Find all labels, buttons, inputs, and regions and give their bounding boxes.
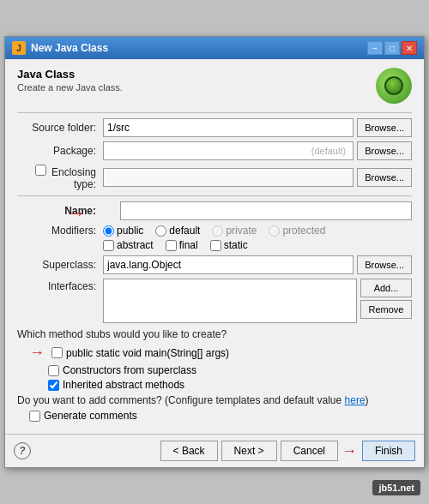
inherited-label: Inherited abstract methods — [63, 379, 184, 391]
package-input-wrapper[interactable]: (default) — [103, 141, 353, 160]
java-icon: J — [12, 41, 26, 55]
modifier-final-checkbox[interactable] — [166, 240, 177, 251]
modifier-default-option[interactable]: default — [155, 225, 200, 237]
section-divider — [17, 112, 412, 113]
main-method-stub-item: → public static void main(String[] args) — [29, 344, 412, 362]
generate-comments-item: Generate comments — [29, 410, 412, 422]
modifier-static-option[interactable]: static — [210, 239, 248, 251]
modifiers-label: Modifiers: — [17, 225, 103, 237]
stubs-question: Which method stubs would you like to cre… — [17, 328, 412, 340]
modifier-protected-option[interactable]: protected — [269, 225, 325, 237]
section-subtitle: Create a new Java class. — [17, 82, 123, 93]
section-header: Java Class Create a new Java class. — [17, 68, 412, 104]
enclosing-type-browse-button[interactable]: Browse... — [357, 168, 412, 187]
package-label: Package: — [17, 145, 103, 157]
generate-comments-checkbox[interactable] — [29, 411, 40, 422]
section-title: Java Class — [17, 68, 123, 81]
enclosing-type-label: Enclosing type: — [17, 165, 103, 190]
generate-comments-label: Generate comments — [44, 410, 137, 422]
name-row: Name: → — [17, 201, 412, 220]
name-label: Name: — [17, 205, 103, 217]
superclass-browse-button[interactable]: Browse... — [357, 255, 412, 274]
superclass-label: Superclass: — [17, 259, 103, 271]
divider-2 — [17, 195, 412, 196]
back-button[interactable]: < Back — [160, 441, 218, 461]
source-folder-browse-button[interactable]: Browse... — [357, 118, 412, 137]
section-info: Java Class Create a new Java class. — [17, 68, 123, 93]
main-method-label: public static void main(String[] args) — [66, 347, 229, 359]
constructors-checkbox[interactable] — [48, 365, 59, 376]
inherited-stub-item: Inherited abstract methods — [29, 379, 412, 391]
title-bar: J New Java Class − □ ✕ — [5, 37, 424, 59]
superclass-row: Superclass: Browse... — [17, 255, 412, 274]
stubs-section: Which method stubs would you like to cre… — [17, 328, 412, 391]
modifier-public-option[interactable]: public — [103, 225, 143, 237]
name-input[interactable] — [120, 201, 412, 220]
modifier-abstract-option[interactable]: abstract — [103, 239, 154, 251]
package-row: Package: (default) Browse... — [17, 141, 412, 160]
enclosing-type-input[interactable] — [103, 168, 353, 187]
interfaces-buttons: Add... Remove — [360, 279, 412, 319]
eclipse-logo — [376, 68, 412, 104]
source-folder-row: Source folder: Browse... — [17, 118, 412, 137]
modifier-checkboxes-row: abstract final static — [103, 239, 412, 251]
name-arrow-icon: → — [67, 202, 86, 225]
remove-interface-button[interactable]: Remove — [360, 300, 412, 319]
cancel-button[interactable]: Cancel — [281, 441, 338, 461]
modifier-abstract-checkbox[interactable] — [103, 240, 114, 251]
comments-question: Do you want to add comments? (Configure … — [17, 394, 412, 406]
title-bar-left: J New Java Class — [12, 41, 108, 55]
next-button[interactable]: Next > — [221, 441, 277, 461]
superclass-input[interactable] — [103, 255, 353, 274]
minimize-button[interactable]: − — [367, 41, 383, 55]
source-folder-label: Source folder: — [17, 122, 103, 134]
bottom-bar: ? < Back Next > Cancel → Finish — [5, 434, 424, 467]
help-button[interactable]: ? — [14, 442, 31, 459]
interfaces-label: Interfaces: — [17, 279, 103, 292]
package-browse-button[interactable]: Browse... — [357, 141, 412, 160]
interfaces-input[interactable] — [103, 279, 357, 323]
eclipse-logo-inner — [384, 76, 403, 95]
dialog-window: J New Java Class − □ ✕ Java Class Create… — [4, 36, 425, 468]
source-folder-input[interactable] — [103, 118, 353, 137]
finish-button[interactable]: Finish — [362, 441, 415, 461]
modifiers-row: Modifiers: public default private protec… — [17, 225, 412, 237]
watermark: jb51.net — [372, 480, 420, 495]
maximize-button[interactable]: □ — [384, 41, 400, 55]
constructors-stub-item: Constructors from superclass — [29, 364, 412, 376]
enclosing-type-checkbox[interactable] — [35, 165, 46, 176]
window-title: New Java Class — [31, 42, 108, 54]
modifier-final-option[interactable]: final — [166, 239, 198, 251]
modifier-default-radio[interactable] — [155, 225, 166, 237]
package-placeholder: (default) — [311, 144, 349, 158]
title-bar-controls: − □ ✕ — [367, 41, 417, 55]
inherited-checkbox[interactable] — [48, 380, 59, 391]
enclosing-type-row: Enclosing type: Browse... — [17, 165, 412, 190]
modifiers-radio-group: public default private protected — [103, 225, 412, 237]
add-interface-button[interactable]: Add... — [360, 279, 412, 297]
dialog-content: Java Class Create a new Java class. Sour… — [5, 59, 424, 434]
bottom-buttons: < Back Next > Cancel → Finish — [160, 441, 415, 461]
close-button[interactable]: ✕ — [402, 41, 417, 55]
modifier-public-radio[interactable] — [103, 225, 114, 237]
modifier-protected-radio[interactable] — [269, 225, 280, 237]
finish-arrow-icon: → — [341, 442, 357, 460]
constructors-label: Constructors from superclass — [63, 364, 196, 376]
main-method-checkbox[interactable] — [51, 347, 63, 358]
modifier-static-checkbox[interactable] — [210, 240, 221, 251]
comments-section: Do you want to add comments? (Configure … — [17, 394, 412, 422]
modifier-private-option[interactable]: private — [212, 225, 257, 237]
interfaces-row: Interfaces: Add... Remove — [17, 279, 412, 323]
main-arrow-icon: → — [29, 344, 45, 362]
comments-link[interactable]: here — [345, 394, 366, 406]
modifier-private-radio[interactable] — [212, 225, 223, 237]
